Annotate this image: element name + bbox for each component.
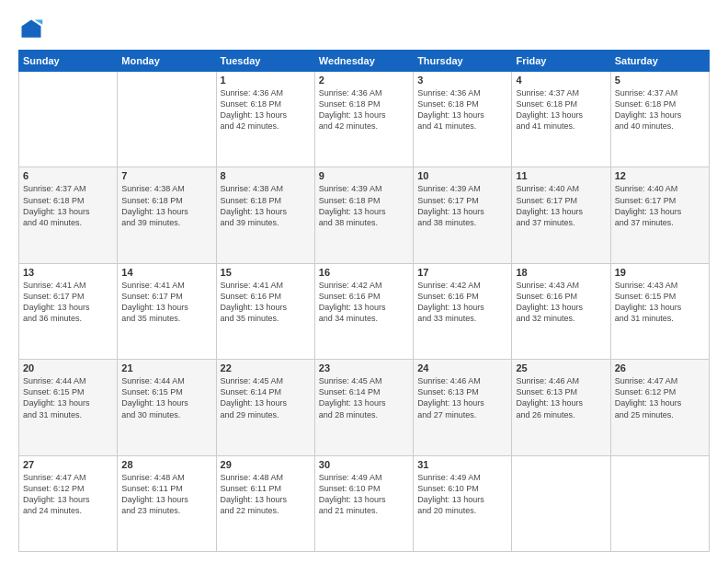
day-number: 25 — [516, 362, 606, 373]
calendar-week-5: 27Sunrise: 4:47 AM Sunset: 6:12 PM Dayli… — [19, 455, 710, 551]
weekday-thursday: Thursday — [414, 51, 512, 72]
day-info: Sunrise: 4:47 AM Sunset: 6:12 PM Dayligh… — [615, 375, 705, 420]
day-number: 2 — [319, 75, 409, 86]
calendar-cell: 26Sunrise: 4:47 AM Sunset: 6:12 PM Dayli… — [610, 360, 709, 455]
day-info: Sunrise: 4:46 AM Sunset: 6:13 PM Dayligh… — [516, 375, 606, 420]
day-number: 27 — [23, 459, 113, 470]
day-number: 28 — [121, 459, 211, 470]
calendar-cell: 16Sunrise: 4:42 AM Sunset: 6:16 PM Dayli… — [314, 263, 413, 359]
calendar-week-4: 20Sunrise: 4:44 AM Sunset: 6:15 PM Dayli… — [19, 360, 710, 455]
calendar-cell — [19, 72, 118, 167]
day-info: Sunrise: 4:49 AM Sunset: 6:10 PM Dayligh… — [319, 472, 409, 517]
calendar-cell: 27Sunrise: 4:47 AM Sunset: 6:12 PM Dayli… — [19, 455, 118, 551]
calendar-cell: 13Sunrise: 4:41 AM Sunset: 6:17 PM Dayli… — [19, 263, 118, 359]
day-info: Sunrise: 4:47 AM Sunset: 6:12 PM Dayligh… — [23, 472, 113, 517]
day-info: Sunrise: 4:46 AM Sunset: 6:13 PM Dayligh… — [417, 375, 507, 420]
day-number: 15 — [221, 267, 311, 278]
calendar-cell: 23Sunrise: 4:45 AM Sunset: 6:14 PM Dayli… — [314, 360, 413, 455]
calendar-cell: 24Sunrise: 4:46 AM Sunset: 6:13 PM Dayli… — [414, 360, 512, 455]
day-number: 5 — [615, 75, 705, 86]
day-number: 30 — [319, 459, 409, 470]
day-number: 31 — [417, 459, 507, 470]
day-number: 14 — [121, 267, 211, 278]
day-number: 7 — [121, 170, 211, 181]
day-number: 3 — [417, 75, 507, 86]
day-info: Sunrise: 4:37 AM Sunset: 6:18 PM Dayligh… — [516, 87, 606, 132]
weekday-saturday: Saturday — [610, 51, 709, 72]
day-number: 22 — [221, 362, 311, 373]
calendar-cell — [118, 72, 216, 167]
calendar-cell: 1Sunrise: 4:36 AM Sunset: 6:18 PM Daylig… — [216, 72, 314, 167]
day-info: Sunrise: 4:45 AM Sunset: 6:14 PM Dayligh… — [221, 375, 311, 420]
day-number: 21 — [121, 362, 211, 373]
calendar-cell: 22Sunrise: 4:45 AM Sunset: 6:14 PM Dayli… — [216, 360, 314, 455]
calendar-week-1: 1Sunrise: 4:36 AM Sunset: 6:18 PM Daylig… — [19, 72, 710, 167]
day-number: 13 — [23, 267, 113, 278]
calendar-cell: 9Sunrise: 4:39 AM Sunset: 6:18 PM Daylig… — [314, 167, 413, 263]
weekday-wednesday: Wednesday — [314, 51, 413, 72]
calendar-cell: 29Sunrise: 4:48 AM Sunset: 6:11 PM Dayli… — [216, 455, 314, 551]
day-number: 6 — [23, 170, 113, 181]
calendar-cell — [512, 455, 610, 551]
weekday-header-row: SundayMondayTuesdayWednesdayThursdayFrid… — [19, 51, 710, 72]
day-info: Sunrise: 4:40 AM Sunset: 6:17 PM Dayligh… — [615, 183, 705, 228]
day-info: Sunrise: 4:48 AM Sunset: 6:11 PM Dayligh… — [221, 472, 311, 517]
calendar-cell — [610, 455, 709, 551]
day-info: Sunrise: 4:39 AM Sunset: 6:17 PM Dayligh… — [417, 183, 507, 228]
day-info: Sunrise: 4:38 AM Sunset: 6:18 PM Dayligh… — [121, 183, 211, 228]
calendar-cell: 21Sunrise: 4:44 AM Sunset: 6:15 PM Dayli… — [118, 360, 216, 455]
calendar-cell: 15Sunrise: 4:41 AM Sunset: 6:16 PM Dayli… — [216, 263, 314, 359]
day-number: 19 — [615, 267, 705, 278]
day-info: Sunrise: 4:37 AM Sunset: 6:18 PM Dayligh… — [23, 183, 113, 228]
day-number: 23 — [319, 362, 409, 373]
calendar-cell: 3Sunrise: 4:36 AM Sunset: 6:18 PM Daylig… — [414, 72, 512, 167]
day-info: Sunrise: 4:39 AM Sunset: 6:18 PM Dayligh… — [319, 183, 409, 228]
calendar-cell: 28Sunrise: 4:48 AM Sunset: 6:11 PM Dayli… — [118, 455, 216, 551]
day-number: 1 — [221, 75, 311, 86]
calendar-cell: 5Sunrise: 4:37 AM Sunset: 6:18 PM Daylig… — [610, 72, 709, 167]
day-info: Sunrise: 4:36 AM Sunset: 6:18 PM Dayligh… — [221, 87, 311, 132]
calendar-cell: 25Sunrise: 4:46 AM Sunset: 6:13 PM Dayli… — [512, 360, 610, 455]
day-number: 12 — [615, 170, 705, 181]
calendar-cell: 12Sunrise: 4:40 AM Sunset: 6:17 PM Dayli… — [610, 167, 709, 263]
calendar-cell: 14Sunrise: 4:41 AM Sunset: 6:17 PM Dayli… — [118, 263, 216, 359]
day-number: 29 — [221, 459, 311, 470]
day-number: 11 — [516, 170, 606, 181]
page: SundayMondayTuesdayWednesdayThursdayFrid… — [0, 0, 728, 563]
day-number: 8 — [221, 170, 311, 181]
day-info: Sunrise: 4:36 AM Sunset: 6:18 PM Dayligh… — [417, 87, 507, 132]
day-info: Sunrise: 4:37 AM Sunset: 6:18 PM Dayligh… — [615, 87, 705, 132]
day-number: 10 — [417, 170, 507, 181]
day-number: 17 — [417, 267, 507, 278]
day-info: Sunrise: 4:41 AM Sunset: 6:17 PM Dayligh… — [121, 280, 211, 325]
logo-icon — [18, 17, 44, 42]
calendar-cell: 11Sunrise: 4:40 AM Sunset: 6:17 PM Dayli… — [512, 167, 610, 263]
header — [18, 17, 710, 42]
day-info: Sunrise: 4:40 AM Sunset: 6:17 PM Dayligh… — [516, 183, 606, 228]
day-number: 16 — [319, 267, 409, 278]
day-info: Sunrise: 4:41 AM Sunset: 6:17 PM Dayligh… — [23, 280, 113, 325]
calendar-cell: 17Sunrise: 4:42 AM Sunset: 6:16 PM Dayli… — [414, 263, 512, 359]
day-info: Sunrise: 4:45 AM Sunset: 6:14 PM Dayligh… — [319, 375, 409, 420]
calendar-cell: 31Sunrise: 4:49 AM Sunset: 6:10 PM Dayli… — [414, 455, 512, 551]
day-info: Sunrise: 4:42 AM Sunset: 6:16 PM Dayligh… — [319, 280, 409, 325]
calendar-cell: 19Sunrise: 4:43 AM Sunset: 6:15 PM Dayli… — [610, 263, 709, 359]
weekday-tuesday: Tuesday — [216, 51, 314, 72]
day-number: 9 — [319, 170, 409, 181]
day-number: 20 — [23, 362, 113, 373]
calendar-cell: 4Sunrise: 4:37 AM Sunset: 6:18 PM Daylig… — [512, 72, 610, 167]
weekday-friday: Friday — [512, 51, 610, 72]
day-info: Sunrise: 4:38 AM Sunset: 6:18 PM Dayligh… — [221, 183, 311, 228]
weekday-monday: Monday — [118, 51, 216, 72]
day-number: 24 — [417, 362, 507, 373]
day-number: 18 — [516, 267, 606, 278]
day-info: Sunrise: 4:49 AM Sunset: 6:10 PM Dayligh… — [417, 472, 507, 517]
svg-marker-0 — [22, 20, 41, 38]
calendar-cell: 10Sunrise: 4:39 AM Sunset: 6:17 PM Dayli… — [414, 167, 512, 263]
day-number: 4 — [516, 75, 606, 86]
day-info: Sunrise: 4:42 AM Sunset: 6:16 PM Dayligh… — [417, 280, 507, 325]
day-number: 26 — [615, 362, 705, 373]
calendar-cell: 2Sunrise: 4:36 AM Sunset: 6:18 PM Daylig… — [314, 72, 413, 167]
calendar-cell: 18Sunrise: 4:43 AM Sunset: 6:16 PM Dayli… — [512, 263, 610, 359]
calendar-cell: 20Sunrise: 4:44 AM Sunset: 6:15 PM Dayli… — [19, 360, 118, 455]
